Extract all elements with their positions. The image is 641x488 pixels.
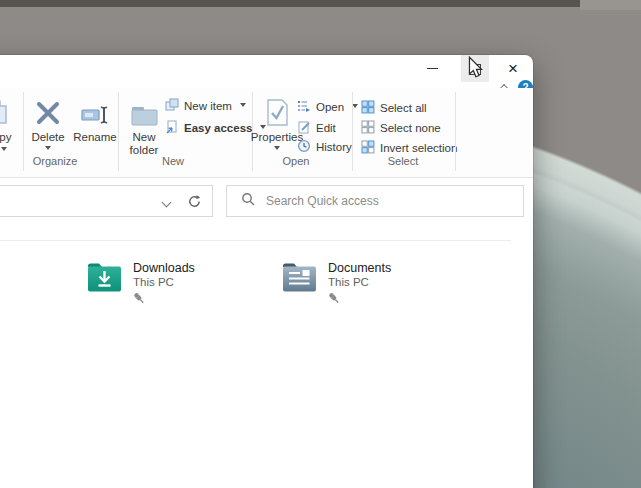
- rename-icon: [80, 92, 110, 128]
- open-button[interactable]: Open: [297, 98, 358, 116]
- new-item-icon: [165, 98, 179, 114]
- copy-to-label-1: Copy: [0, 131, 11, 144]
- search-box[interactable]: [226, 185, 524, 217]
- pin-icon: [325, 289, 342, 306]
- group-label-organize: Organize: [20, 155, 90, 167]
- ribbon: Copy to Delete: [0, 88, 533, 178]
- ribbon-separator: [118, 92, 119, 171]
- history-icon: [297, 139, 311, 155]
- minimize-icon: [427, 68, 438, 69]
- content-divider: [0, 240, 511, 241]
- select-all-button[interactable]: Select all: [361, 99, 427, 117]
- pin-icon: [130, 289, 147, 306]
- copy-to-icon: [0, 92, 12, 128]
- item-name: Downloads: [133, 261, 195, 275]
- new-item-label: New item: [184, 100, 232, 112]
- background-top-strip-light: [580, 0, 641, 10]
- address-bar[interactable]: [0, 185, 213, 217]
- ribbon-separator: [455, 92, 456, 171]
- invert-selection-label: Invert selection: [380, 142, 457, 154]
- properties-label: Properties: [251, 131, 303, 144]
- dropdown-icon: [240, 103, 246, 110]
- minimize-button[interactable]: [412, 55, 452, 82]
- search-input[interactable]: [264, 193, 488, 209]
- open-icon: [297, 99, 311, 115]
- desktop: × ? Copy to: [0, 0, 641, 488]
- select-none-icon: [361, 120, 375, 136]
- item-location: This PC: [133, 275, 195, 289]
- mouse-cursor: [468, 56, 483, 79]
- select-none-label: Select none: [380, 122, 441, 134]
- address-dropdown-icon[interactable]: [162, 198, 172, 208]
- item-location: This PC: [328, 275, 391, 289]
- select-all-icon: [361, 100, 375, 116]
- background-top-strip: [0, 0, 580, 7]
- dropdown-icon: [352, 104, 358, 111]
- delete-icon: [33, 92, 63, 128]
- dropdown-icon: [1, 147, 7, 154]
- properties-icon: [264, 92, 290, 128]
- group-label-open: Open: [265, 155, 327, 167]
- open-label: Open: [316, 101, 344, 113]
- edit-icon: [297, 120, 311, 136]
- delete-label: Delete: [31, 131, 64, 144]
- list-item-documents[interactable]: Documents This PC: [281, 260, 451, 308]
- navigation-row: [0, 185, 533, 219]
- rename-label: Rename: [73, 131, 116, 144]
- close-icon: ×: [508, 60, 518, 77]
- select-none-button[interactable]: Select none: [361, 119, 441, 137]
- downloads-folder-icon: [86, 260, 123, 308]
- select-all-label: Select all: [380, 102, 427, 114]
- group-label-select: Select: [368, 155, 438, 167]
- edit-label: Edit: [316, 122, 336, 134]
- easy-access-label: Easy access: [184, 122, 252, 134]
- refresh-icon[interactable]: [187, 194, 202, 213]
- item-name: Documents: [328, 261, 391, 275]
- titlebar[interactable]: ×: [0, 55, 533, 85]
- documents-folder-icon: [281, 260, 318, 308]
- edit-button[interactable]: Edit: [297, 119, 336, 137]
- dropdown-icon: [45, 146, 51, 153]
- search-icon: [241, 192, 255, 210]
- history-button[interactable]: History: [297, 138, 352, 156]
- new-folder-label-1: New: [132, 131, 155, 144]
- dropdown-icon: [274, 146, 280, 153]
- easy-access-icon: [165, 120, 179, 136]
- copy-to-label-2: to: [0, 144, 7, 157]
- list-item-downloads[interactable]: Downloads This PC: [86, 260, 256, 308]
- group-label-new: New: [138, 155, 208, 167]
- history-label: History: [316, 141, 352, 153]
- new-item-button[interactable]: New item: [165, 97, 246, 115]
- new-folder-icon: [129, 92, 159, 128]
- explorer-window: × ? Copy to: [0, 55, 533, 488]
- close-button[interactable]: ×: [495, 55, 531, 82]
- invert-selection-icon: [361, 140, 375, 156]
- ribbon-separator: [352, 92, 353, 171]
- copy-to-button[interactable]: Copy to: [0, 92, 22, 170]
